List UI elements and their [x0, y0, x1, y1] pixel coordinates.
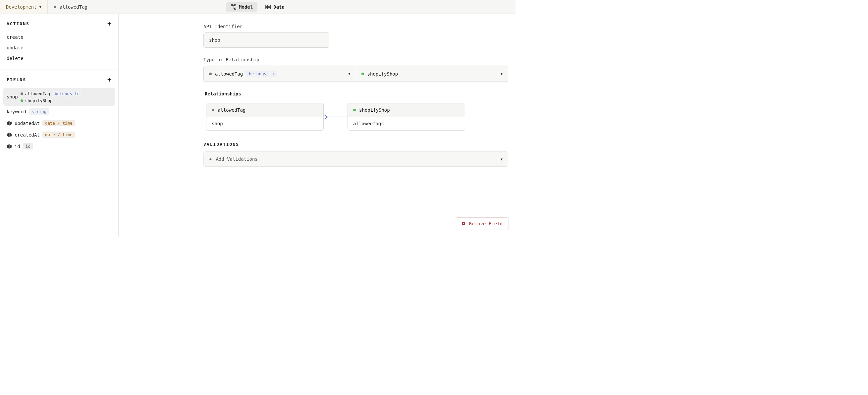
dot-icon — [209, 72, 212, 75]
rel-type-badge: belongs to — [52, 90, 82, 97]
relationship-target-select[interactable]: shopifyShop ▼ — [356, 66, 508, 82]
validations-heading: VALIDATIONS — [204, 142, 508, 147]
environment-label: Development — [6, 4, 37, 10]
field-type-badge: date / time — [42, 120, 75, 126]
select-model: allowedTag — [215, 71, 243, 77]
fields-title: FIELDS — [7, 77, 26, 82]
svg-rect-3 — [266, 5, 270, 9]
action-item-delete[interactable]: delete — [3, 53, 115, 64]
field-item-createdat[interactable]: createdAt date / time — [3, 129, 115, 141]
select-left: shopifyShop — [362, 71, 398, 77]
api-identifier-label: API Identifier — [204, 24, 508, 29]
field-relationship: allowedTag belongs to shopifyShop — [21, 90, 83, 103]
field-name: id — [14, 144, 20, 149]
field-name: keyword — [7, 109, 26, 114]
tab-model-label: Model — [239, 4, 253, 10]
relationship-card-header: allowedTag — [207, 103, 323, 117]
breadcrumb-model: allowedTag — [60, 4, 88, 10]
relationships-heading: Relationships — [205, 91, 508, 96]
dot-icon — [54, 6, 56, 8]
relationship-card-right: shopifyShop allowedTags — [347, 103, 465, 130]
fields-list: shop allowedTag belongs to shopifyShop — [0, 87, 118, 158]
select-target: shopifyShop — [367, 71, 398, 77]
type-relationship-row: allowedTag belongs to ▼ shopifyShop ▼ — [204, 66, 508, 82]
relationship-diagram: allowedTag shop shopifyShop — [206, 103, 508, 130]
add-validations-button[interactable]: + Add Validations ▼ — [204, 151, 508, 167]
field-name: updatedAt — [14, 121, 40, 126]
content: API Identifier Type or Relationship allo… — [119, 14, 516, 237]
select-rel-badge: belongs to — [246, 70, 276, 77]
type-relationship-label: Type or Relationship — [204, 57, 508, 62]
rel-card-title: shopifyShop — [359, 108, 390, 113]
rel-card-field: allowedTags — [348, 117, 465, 130]
content-inner: API Identifier Type or Relationship allo… — [204, 24, 508, 167]
plus-icon: + — [209, 156, 212, 162]
svg-rect-0 — [231, 5, 232, 6]
svg-rect-1 — [235, 5, 236, 6]
remove-field-label: Remove Field — [469, 221, 503, 226]
system-field-icon — [7, 144, 12, 149]
add-action-button[interactable]: + — [107, 20, 112, 27]
field-type-badge: date / time — [42, 131, 75, 138]
actions-list: create update delete — [0, 30, 118, 69]
actions-header: ACTIONS + — [0, 14, 118, 30]
rel-card-field: shop — [207, 117, 323, 130]
caret-down-icon: ▼ — [39, 5, 41, 9]
rel-from: allowedTag — [25, 91, 50, 96]
dot-icon — [353, 109, 356, 111]
add-field-button[interactable]: + — [107, 76, 112, 83]
field-item-updatedat[interactable]: updatedAt date / time — [3, 117, 115, 129]
actions-title: ACTIONS — [7, 21, 30, 26]
caret-down-icon: ▼ — [348, 72, 350, 75]
select-left: allowedTag belongs to — [209, 70, 277, 77]
tab-data-label: Data — [273, 4, 285, 10]
remove-field-button[interactable]: Remove Field — [455, 217, 509, 230]
field-item-id[interactable]: id id — [3, 141, 115, 152]
tab-data[interactable]: Data — [261, 2, 289, 11]
field-type-badge: string — [29, 109, 49, 115]
api-identifier-input[interactable] — [204, 32, 329, 48]
relationship-connector — [324, 117, 347, 117]
view-switcher: Model Data — [226, 2, 289, 11]
add-left: + Add Validations — [209, 156, 258, 162]
action-item-create[interactable]: create — [3, 32, 115, 42]
tree-icon — [231, 4, 236, 10]
sidebar: ACTIONS + create update delete FIELDS + … — [0, 14, 119, 237]
rel-to: shopifyShop — [25, 98, 53, 103]
field-type-badge: id — [23, 143, 33, 149]
add-validations-label: Add Validations — [216, 156, 257, 162]
field-item-shop[interactable]: shop allowedTag belongs to shopifyShop — [3, 88, 115, 106]
field-name: createdAt — [14, 132, 40, 138]
system-field-icon — [7, 132, 12, 138]
dot-icon — [362, 72, 364, 75]
breadcrumb: allowedTag — [48, 4, 93, 10]
dot-icon — [21, 99, 23, 102]
fields-header: FIELDS + — [0, 70, 118, 87]
actions-section: ACTIONS + create update delete — [0, 14, 118, 70]
dot-icon — [21, 92, 23, 95]
fields-section: FIELDS + shop allowedTag belongs to — [0, 70, 118, 158]
field-name: shop — [7, 94, 18, 99]
dot-icon — [212, 109, 214, 111]
relationship-card-header: shopifyShop — [348, 103, 465, 117]
trash-icon — [461, 221, 466, 226]
svg-rect-2 — [235, 8, 236, 9]
main: ACTIONS + create update delete FIELDS + … — [0, 14, 516, 237]
relationship-card-left: allowedTag shop — [206, 103, 324, 130]
table-icon — [266, 4, 271, 10]
rel-card-title: allowedTag — [218, 108, 246, 113]
topbar: Development ▼ allowedTag Model — [0, 0, 516, 14]
system-field-icon — [7, 121, 12, 126]
field-item-keyword[interactable]: keyword string — [3, 106, 115, 117]
relationship-type-select[interactable]: allowedTag belongs to ▼ — [204, 66, 356, 82]
caret-down-icon: ▼ — [501, 157, 503, 161]
caret-down-icon: ▼ — [501, 72, 503, 75]
environment-selector[interactable]: Development ▼ — [0, 0, 48, 13]
action-item-update[interactable]: update — [3, 42, 115, 53]
tab-model[interactable]: Model — [226, 2, 257, 11]
